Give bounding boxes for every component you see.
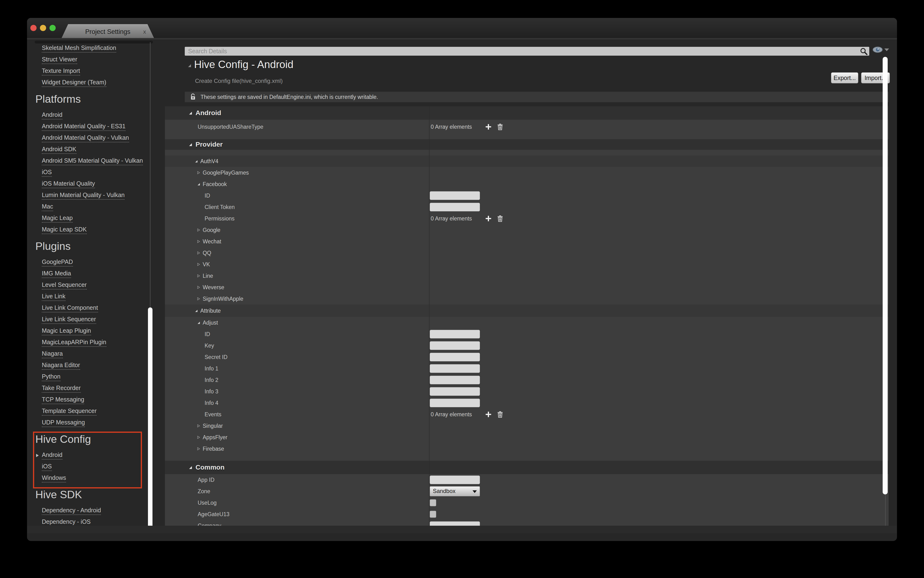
sidebar-item-googlepad[interactable]: GooglePAD xyxy=(27,257,181,268)
group-row-facebook[interactable]: Facebook xyxy=(165,179,889,190)
sidebar-item-android-material-quality-vulkan[interactable]: Android Material Quality - Vulkan xyxy=(27,133,181,144)
delete-elements-trash-icon[interactable] xyxy=(497,123,503,130)
dropdown-zone[interactable]: Sandbox xyxy=(430,486,480,496)
chevron-collapsed-icon[interactable] xyxy=(197,171,200,174)
sidebar-item-level-sequencer[interactable]: Level Sequencer xyxy=(27,280,181,291)
sidebar-item-python[interactable]: Python xyxy=(27,372,181,383)
chevron-expanded-icon[interactable] xyxy=(197,182,200,186)
chevron-expanded-icon[interactable] xyxy=(195,309,198,312)
sidebar-item-niagara[interactable]: Niagara xyxy=(27,349,181,360)
checkbox-agegateu13[interactable] xyxy=(430,511,436,518)
search-input[interactable]: Search Details xyxy=(185,47,869,56)
sidebar-item-skeletal-mesh-simplification[interactable]: Skeletal Mesh Simplification xyxy=(27,43,181,54)
group-row-google[interactable]: Google xyxy=(165,224,889,236)
sidebar-item-windows[interactable]: Windows xyxy=(27,472,181,484)
chevron-collapsed-icon[interactable] xyxy=(197,263,200,266)
sidebar-item-live-link[interactable]: Live Link xyxy=(27,291,181,303)
chevron-collapsed-icon[interactable] xyxy=(197,424,200,427)
delete-elements-trash-icon[interactable] xyxy=(497,411,503,418)
chevron-expanded-icon[interactable] xyxy=(188,143,192,147)
text-input-info-2[interactable] xyxy=(430,376,480,384)
add-element-icon[interactable] xyxy=(485,411,491,418)
category-row-authv4[interactable]: AuthV4 xyxy=(165,156,889,167)
sidebar-item-android-material-quality-es31[interactable]: Android Material Quality - ES31 xyxy=(27,121,181,133)
expanded-arrow-icon[interactable] xyxy=(36,453,39,458)
group-row-appsflyer[interactable]: AppsFlyer xyxy=(165,432,889,443)
view-options-eye-icon[interactable] xyxy=(872,45,883,55)
checkbox-uselog[interactable] xyxy=(430,499,436,507)
chevron-expanded-icon[interactable] xyxy=(195,159,198,163)
section-row-android[interactable]: Android xyxy=(165,106,889,120)
text-input-secret-id[interactable] xyxy=(430,353,480,361)
sidebar-item-img-media[interactable]: IMG Media xyxy=(27,268,181,280)
sidebar-item-android-sm5-material-quality-vulkan[interactable]: Android SM5 Material Quality - Vulkan xyxy=(27,156,181,167)
sidebar-item-template-sequencer[interactable]: Template Sequencer xyxy=(27,406,181,417)
group-row-wechat[interactable]: Wechat xyxy=(165,236,889,247)
delete-elements-trash-icon[interactable] xyxy=(497,215,503,222)
chevron-collapsed-icon[interactable] xyxy=(197,447,200,450)
sidebar-item-android[interactable]: Android xyxy=(27,450,181,461)
chevron-expanded-icon[interactable] xyxy=(188,111,192,115)
settings-sidebar[interactable]: Skeletal Mesh SimplificationStruct Viewe… xyxy=(27,39,181,533)
group-row-line[interactable]: Line xyxy=(165,270,889,282)
tab-project-settings[interactable]: Project Settings x xyxy=(61,24,155,39)
sidebar-scrollbar-thumb[interactable] xyxy=(148,307,153,533)
page-collapse-icon[interactable] xyxy=(188,64,192,68)
chevron-collapsed-icon[interactable] xyxy=(197,286,200,289)
section-row-provider[interactable]: Provider xyxy=(165,139,889,150)
group-row-firebase[interactable]: Firebase xyxy=(165,443,889,455)
group-row-weverse[interactable]: Weverse xyxy=(165,282,889,293)
sidebar-item-android-sdk[interactable]: Android SDK xyxy=(27,144,181,156)
text-input-info-3[interactable] xyxy=(430,387,480,396)
chevron-collapsed-icon[interactable] xyxy=(197,251,200,255)
text-input-client-token[interactable] xyxy=(430,203,480,211)
chevron-collapsed-icon[interactable] xyxy=(197,297,200,300)
minimize-window-button[interactable] xyxy=(40,25,46,31)
export-button[interactable]: Export... xyxy=(831,72,858,83)
text-input-app-id[interactable] xyxy=(430,476,480,484)
sidebar-item-ios[interactable]: iOS xyxy=(27,461,181,472)
text-input-id[interactable] xyxy=(430,191,480,200)
group-row-googleplaygames[interactable]: GooglePlayGames xyxy=(165,167,889,179)
sidebar-item-mac[interactable]: Mac xyxy=(27,201,181,213)
sidebar-item-dependency-android[interactable]: Dependency - Android xyxy=(27,505,181,516)
text-input-key[interactable] xyxy=(430,341,480,350)
group-row-vk[interactable]: VK xyxy=(165,259,889,270)
sidebar-item-live-link-sequencer[interactable]: Live Link Sequencer xyxy=(27,314,181,326)
sidebar-item-ios[interactable]: iOS xyxy=(27,167,181,179)
sidebar-item-take-recorder[interactable]: Take Recorder xyxy=(27,383,181,395)
sidebar-item-android[interactable]: Android xyxy=(27,110,181,121)
sidebar-item-tcp-messaging[interactable]: TCP Messaging xyxy=(27,395,181,406)
add-element-icon[interactable] xyxy=(485,216,491,222)
text-input-info-4[interactable] xyxy=(430,399,480,407)
text-input-id[interactable] xyxy=(430,330,480,338)
sidebar-item-udp-messaging[interactable]: UDP Messaging xyxy=(27,417,181,429)
zoom-window-button[interactable] xyxy=(49,25,56,31)
sidebar-item-magicleaparpin-plugin[interactable]: MagicLeapARPin Plugin xyxy=(27,337,181,349)
chevron-expanded-icon[interactable] xyxy=(188,466,192,469)
view-options-caret-icon[interactable] xyxy=(884,49,889,51)
sidebar-item-struct-viewer[interactable]: Struct Viewer xyxy=(27,54,181,66)
chevron-collapsed-icon[interactable] xyxy=(197,436,200,439)
text-input-info-1[interactable] xyxy=(430,364,480,373)
sidebar-item-ios-material-quality[interactable]: iOS Material Quality xyxy=(27,179,181,190)
group-row-signinwithapple[interactable]: SignInWithApple xyxy=(165,293,889,305)
group-row-qq[interactable]: QQ xyxy=(165,247,889,259)
chevron-collapsed-icon[interactable] xyxy=(197,228,200,232)
category-row-attribute[interactable]: Attribute xyxy=(165,305,889,317)
main-scrollbar-thumb[interactable] xyxy=(883,57,888,494)
close-window-button[interactable] xyxy=(30,25,37,31)
sidebar-item-live-link-component[interactable]: Live Link Component xyxy=(27,303,181,314)
chevron-collapsed-icon[interactable] xyxy=(197,274,200,278)
name-value-divider[interactable] xyxy=(429,106,429,533)
sidebar-item-magic-leap-sdk[interactable]: Magic Leap SDK xyxy=(27,224,181,236)
sidebar-item-lumin-material-quality-vulkan[interactable]: Lumin Material Quality - Vulkan xyxy=(27,190,181,201)
sidebar-item-widget-designer-team[interactable]: Widget Designer (Team) xyxy=(27,77,181,89)
add-element-icon[interactable] xyxy=(485,124,491,130)
group-row-singular[interactable]: Singular xyxy=(165,420,889,432)
chevron-expanded-icon[interactable] xyxy=(197,321,200,324)
chevron-collapsed-icon[interactable] xyxy=(197,240,200,243)
sidebar-item-magic-leap-plugin[interactable]: Magic Leap Plugin xyxy=(27,326,181,337)
section-row-common[interactable]: Common xyxy=(165,461,889,474)
sidebar-item-texture-import[interactable]: Texture Import xyxy=(27,66,181,77)
